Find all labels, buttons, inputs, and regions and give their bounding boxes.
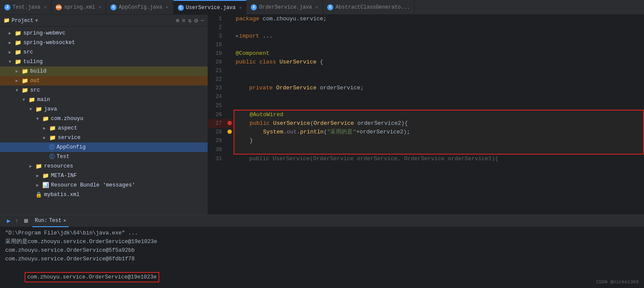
tree-item-spring-websocket[interactable]: ▶ 📁 spring-websocket — [0, 38, 208, 47]
dropdown-arrow-icon[interactable]: ▼ — [35, 18, 38, 23]
line-number: 26 — [208, 110, 225, 119]
tab-close-icon[interactable]: ✕ — [166, 4, 169, 10]
lock-file-icon: 🔒 — [35, 191, 42, 198]
line-code: ▸import ... — [234, 32, 644, 41]
settings-icon[interactable]: ⚙ — [194, 17, 198, 24]
tab-test-java[interactable]: J Test.java ✕ — [0, 0, 51, 15]
item-label: spring-webmvc — [23, 30, 66, 36]
code-line-31: 31 public UserService(OrderService order… — [208, 154, 644, 163]
line-number: 19 — [208, 49, 225, 58]
xml-icon: XML — [56, 4, 62, 10]
tree-item-mybatis-xml[interactable]: ▶ 🔒 mybatis.xml — [0, 190, 208, 199]
panel-tab-bar: ▶ ↑ ⏹ Run: Test ✕ — [0, 215, 644, 227]
tab-orderservice-java[interactable]: C OrderService.java ✕ — [246, 0, 323, 15]
tree-item-out[interactable]: ▶ 📁 out — [0, 76, 208, 85]
code-content: 1 package com.zhouyu.service; 2 3 — [208, 15, 644, 215]
java-icon: C — [178, 5, 184, 11]
java-icon: J — [4, 4, 10, 10]
arrow-icon: ▶ — [16, 78, 22, 83]
folder-icon: 📁 — [35, 106, 42, 113]
tree-item-build[interactable]: ▶ 📁 build — [0, 66, 208, 76]
editor-scroll-area[interactable]: 1 package com.zhouyu.service; 2 3 — [208, 15, 644, 215]
code-line-1: 1 package com.zhouyu.service; — [208, 15, 644, 23]
gutter — [225, 15, 234, 23]
tab-appconfig-java[interactable]: C AppConfig.java ✕ — [106, 0, 173, 15]
gutter — [225, 84, 234, 92]
tab-spring-xml[interactable]: XML spring.xml ✕ — [51, 0, 106, 15]
tree-item-com-zhouyu[interactable]: ▼ 📁 com.zhouyu — [0, 114, 208, 123]
arrow-icon: ▶ — [36, 173, 42, 178]
minimize-icon[interactable]: − — [201, 17, 204, 24]
folder-icon: 📁 — [42, 172, 49, 179]
gutter — [225, 75, 234, 84]
gutter — [225, 154, 234, 163]
code-editor: 1 package com.zhouyu.service; 2 3 — [208, 15, 644, 215]
tree-item-test[interactable]: ▶ Ⓒ Test — [0, 152, 208, 161]
tree-item-meta-inf[interactable]: ▶ 📁 META-INF — [0, 171, 208, 180]
expand-icon[interactable]: ⇅ — [188, 17, 192, 24]
gutter — [225, 49, 234, 58]
console-line-2: com.zhouyu.service.OrderService@5f5a92bb — [5, 246, 639, 255]
item-label: src — [30, 87, 40, 93]
tab-label: AbstractClassGenerato... — [335, 4, 410, 10]
code-line-2: 2 — [208, 23, 644, 32]
item-label: META-INF — [51, 173, 77, 179]
console-line-cmd: "D:\Program File\jdk\64\bin\java.exe" ..… — [5, 229, 639, 237]
folder-icon: 📁 — [49, 125, 56, 132]
panel-tab-run[interactable]: Run: Test ✕ — [32, 215, 69, 227]
folder-icon: 📁 — [35, 163, 42, 170]
run-tab-close-icon[interactable]: ✕ — [63, 218, 66, 223]
line-code — [234, 75, 644, 84]
tree-item-tuling[interactable]: ▼ 📁 tuling — [0, 57, 208, 66]
tab-close-icon[interactable]: ✕ — [44, 4, 47, 10]
line-number: 28 — [208, 128, 225, 136]
arrow-icon: ▶ — [43, 135, 49, 140]
item-label: java — [44, 106, 57, 112]
locate-icon[interactable]: ⊕ — [176, 17, 179, 24]
code-line-18: 18 — [208, 41, 644, 49]
arrow-icon: ▶ — [9, 31, 15, 36]
tree-item-tuling-src[interactable]: ▼ 📁 src — [0, 85, 208, 95]
gutter — [225, 66, 234, 75]
tree-item-spring-webmvc[interactable]: ▶ 📁 spring-webmvc — [0, 28, 208, 38]
tree-item-src-root[interactable]: ▶ 📁 src — [0, 47, 208, 57]
tree-item-main[interactable]: ▼ 📁 main — [0, 95, 208, 104]
tab-close-icon[interactable]: ✕ — [316, 4, 319, 10]
tab-close-icon[interactable]: ✕ — [98, 4, 101, 10]
item-label: tuling — [23, 59, 43, 65]
code-line-30: 30 — [208, 145, 644, 154]
tab-abstractclass-java[interactable]: C AbstractClassGenerato... — [323, 0, 415, 15]
tab-userservice-java[interactable]: C UserService.java ✕ — [174, 0, 247, 15]
code-line-20: 20 public class UserService { — [208, 58, 644, 66]
class-file-icon: Ⓒ — [49, 144, 55, 151]
collapse-all-icon[interactable]: ≡ — [182, 17, 185, 24]
tree-item-service[interactable]: ▶ 📁 service — [0, 133, 208, 142]
folder-icon: 📁 — [42, 115, 49, 122]
tab-close-icon[interactable]: ✕ — [239, 5, 242, 10]
tree-item-java[interactable]: ▼ 📁 java — [0, 104, 208, 114]
java-icon: C — [251, 4, 257, 10]
line-number: 1 — [208, 15, 225, 23]
gutter-bp-indicator — [225, 128, 234, 136]
item-label: out — [30, 78, 40, 84]
folder-icon: 📁 — [15, 39, 22, 46]
arrow-icon: ▶ — [16, 69, 22, 74]
sidebar-title: 📁 Project ▼ — [3, 17, 38, 24]
run-play-icon[interactable]: ▶ — [7, 217, 10, 225]
tree-item-appconfig[interactable]: ▶ Ⓒ AppConfig — [0, 142, 208, 152]
code-line-28: 28 System.out.println("采用的是"+orderServic… — [208, 128, 644, 136]
gutter — [225, 136, 234, 145]
arrow-icon: ▼ — [22, 98, 28, 102]
item-label: Test — [57, 154, 69, 160]
arrow-icon: ▶ — [9, 50, 15, 55]
tab-label: spring.xml — [64, 4, 95, 10]
tree-item-resource-bundle[interactable]: ▶ 📊 Resource Bundle 'messages' — [0, 180, 208, 190]
tree-item-aspect[interactable]: ▶ 📁 aspect — [0, 123, 208, 133]
folder-icon: 📁 — [22, 68, 28, 75]
line-code: private OrderService orderService; — [234, 84, 644, 92]
watermark: CSDN @nickel369 — [596, 279, 639, 285]
run-stop-icon[interactable]: ⏹ — [23, 218, 29, 225]
item-label: mybatis.xml — [44, 192, 80, 198]
tree-item-resources[interactable]: ▶ 📁 resources — [0, 161, 208, 171]
run-rerun-icon[interactable]: ↑ — [15, 218, 18, 225]
